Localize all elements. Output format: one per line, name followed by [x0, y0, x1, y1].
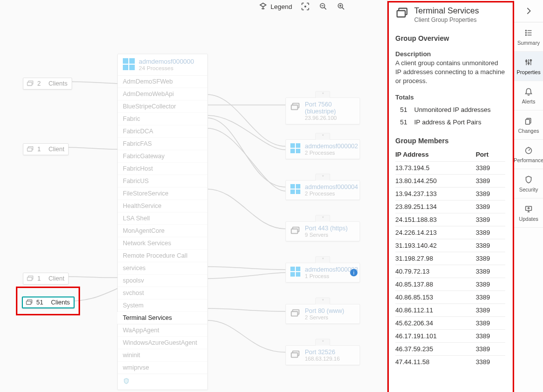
client-suffix: Clients — [51, 299, 70, 306]
rail-label: Security — [519, 187, 538, 193]
table-row[interactable]: 24.151.188.833389 — [395, 213, 505, 226]
ip-cell: 13.73.194.5 — [395, 162, 473, 175]
dep-port-32526[interactable]: ˅ Port 32526 168.63.129.16 — [285, 345, 360, 365]
process-item[interactable]: services — [118, 262, 207, 275]
dep-admdemosf000002[interactable]: ˅ admdemosf000002 2 Processes — [285, 139, 360, 159]
process-item[interactable]: wininit — [118, 349, 207, 362]
client-group-2[interactable]: 2 Clients — [23, 78, 72, 90]
ip-cell: 47.44.11.58 — [395, 356, 473, 369]
dep-sub: 2 Servers — [305, 314, 344, 320]
rail-alerts[interactable]: Alerts — [514, 81, 543, 110]
table-row[interactable]: 46.37.59.2353389 — [395, 343, 505, 356]
process-item[interactable]: System — [118, 299, 207, 312]
process-item[interactable]: WaAppAgent — [118, 324, 207, 337]
table-row[interactable]: 13.80.144.2503389 — [395, 175, 505, 188]
expand-chevron[interactable]: ˅ — [315, 256, 330, 263]
client-count: 51 — [36, 299, 43, 306]
ip-cell: 31.198.27.98 — [395, 252, 473, 265]
table-row[interactable]: 31.198.27.983389 — [395, 252, 505, 265]
process-item[interactable]: Network Services — [118, 237, 207, 250]
ip-cell: 40.79.72.13 — [395, 265, 473, 278]
client-group-1b[interactable]: 1 Client — [23, 273, 69, 285]
process-item[interactable]: FabricGateway — [118, 150, 207, 163]
rail-performance[interactable]: Performance — [514, 140, 543, 169]
process-item[interactable]: LSA Shell — [118, 212, 207, 225]
info-icon[interactable]: i — [350, 269, 358, 277]
table-row[interactable]: 40.85.137.883389 — [395, 278, 505, 291]
dep-port-80[interactable]: ˅ Port 80 (www) 2 Servers — [285, 304, 360, 324]
table-row[interactable]: 40.86.85.1533389 — [395, 291, 505, 304]
client-group-51[interactable]: 51 Clients — [22, 296, 75, 308]
legend-button[interactable]: Legend — [259, 2, 292, 11]
zoom-in-icon — [337, 2, 346, 11]
process-item[interactable]: FabricFAS — [118, 138, 207, 150]
totals-heading: Totals — [395, 94, 505, 101]
process-item[interactable]: MonAgentCore — [118, 225, 207, 237]
ip-cell: 13.80.144.250 — [395, 175, 473, 188]
table-row[interactable]: 40.79.72.133389 — [395, 265, 505, 278]
table-row[interactable]: 13.73.194.53389 — [395, 162, 505, 175]
expand-chevron[interactable]: ˅ — [315, 339, 330, 346]
dep-admdemosf000004[interactable]: ˅ admdemosf000004 2 Processes — [285, 180, 360, 200]
process-item[interactable]: Terminal Services — [118, 312, 207, 324]
description-text: A client group contains unmonitored IP a… — [395, 59, 505, 86]
expand-chevron[interactable]: ˅ — [315, 133, 330, 140]
zoom-out-button[interactable] — [319, 2, 328, 11]
rail-changes[interactable]: Changes — [514, 110, 543, 140]
fit-button[interactable] — [301, 2, 310, 11]
table-row[interactable]: 47.44.11.583389 — [395, 356, 505, 369]
process-item[interactable]: HealthService — [118, 200, 207, 212]
table-row[interactable]: 46.17.191.1013389 — [395, 330, 505, 343]
table-row[interactable]: 24.226.14.2133389 — [395, 226, 505, 239]
client-group-icon — [395, 6, 409, 21]
process-item[interactable]: spoolsv — [118, 275, 207, 287]
dep-port-443[interactable]: ˅ Port 443 (https) 9 Servers — [285, 221, 360, 241]
rail-label: Alerts — [522, 98, 536, 104]
client-group-icon — [26, 145, 34, 153]
ip-cell: 13.94.237.133 — [395, 188, 473, 200]
machine-admdemosf000000[interactable]: admdemosf000000 24 Processes AdmDemoSFWe… — [117, 54, 208, 390]
expand-chevron[interactable]: ˅ — [315, 297, 330, 304]
totals-label: Unmonitored IP addresses — [414, 106, 491, 113]
windows-icon — [290, 184, 301, 195]
table-row[interactable]: 45.62.206.343389 — [395, 317, 505, 330]
expand-chevron[interactable]: ˅ — [315, 91, 330, 98]
process-item[interactable]: FabricUS — [118, 175, 207, 188]
svg-rect-20 — [397, 10, 405, 17]
table-row[interactable]: 40.86.112.113389 — [395, 304, 505, 317]
dep-port-7560[interactable]: ˅ Port 7560 (bluestripe) 23.96.26.100 — [285, 98, 360, 124]
process-item[interactable]: Fabric — [118, 113, 207, 125]
expand-chevron[interactable]: ˅ — [315, 174, 330, 181]
process-item[interactable]: Remote Procedure Call — [118, 250, 207, 262]
totals-count: 51 — [395, 106, 407, 113]
client-group-1a[interactable]: 1 Client — [23, 143, 69, 155]
process-item[interactable]: FabricHost — [118, 163, 207, 175]
process-item[interactable]: FileStoreService — [118, 188, 207, 200]
shield-icon — [123, 377, 130, 387]
zoom-in-button[interactable] — [337, 2, 346, 11]
svg-rect-4 — [27, 82, 32, 86]
rail-expand[interactable] — [514, 0, 543, 22]
table-row[interactable]: 31.193.140.423389 — [395, 239, 505, 252]
process-item[interactable]: FabricDCA — [118, 125, 207, 138]
rail-updates[interactable]: Updates — [514, 198, 543, 228]
client-group-icon — [26, 80, 34, 88]
expand-chevron[interactable]: ˅ — [315, 215, 330, 222]
process-item[interactable]: wmiprvse — [118, 362, 207, 374]
process-item[interactable]: AdmDemoWebApi — [118, 88, 207, 100]
legend-label: Legend — [271, 3, 292, 10]
rail-security[interactable]: Security — [514, 169, 543, 198]
process-item[interactable]: WindowsAzureGuestAgent — [118, 337, 207, 349]
totals-row: 51Unmonitored IP addresses — [395, 106, 505, 113]
table-row[interactable]: 13.94.237.1333389 — [395, 188, 505, 200]
process-item[interactable]: BlueStripeCollector — [118, 100, 207, 113]
rail-summary[interactable]: Summary — [514, 22, 543, 52]
process-item[interactable]: svchost — [118, 287, 207, 299]
process-item[interactable]: AdmDemoSFWeb — [118, 76, 207, 88]
rail-properties[interactable]: Properties — [514, 52, 543, 81]
dep-admdemosf000003[interactable]: ˅ admdemosf000003 1 Process i — [285, 263, 360, 283]
port-cell: 3389 — [473, 162, 505, 175]
group-members-heading: Group Members — [395, 137, 505, 145]
zoom-out-icon — [319, 2, 328, 11]
table-row[interactable]: 23.89.251.1343389 — [395, 200, 505, 213]
